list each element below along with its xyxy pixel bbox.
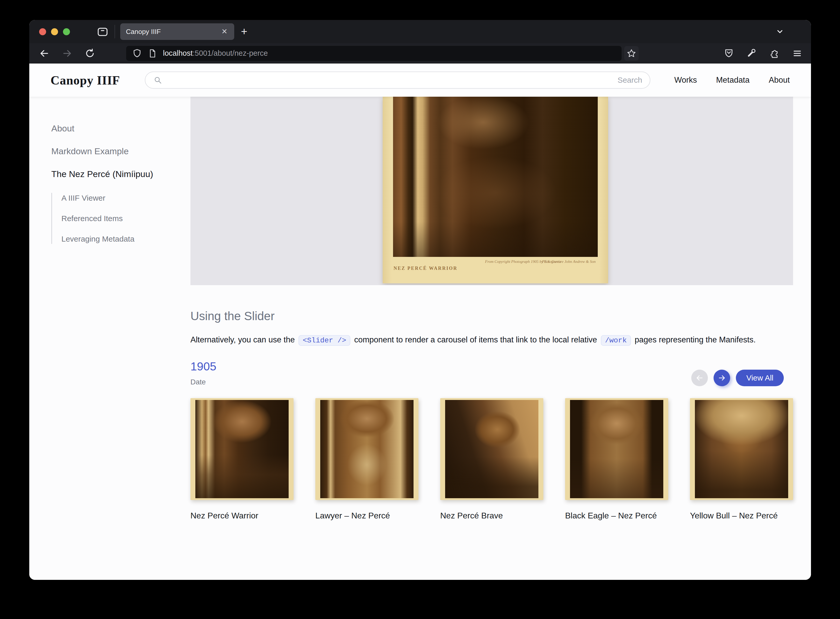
work-code-chip: /work xyxy=(601,335,631,346)
paragraph-text-3: pages representing the Manifests. xyxy=(633,335,756,344)
screenshot-stage: Canopy IIIF ✕ + xyxy=(0,0,840,619)
plate-caption: NEZ PERCÉ WARRIOR xyxy=(394,266,458,271)
url-host: localhost xyxy=(163,49,192,57)
menu-hamburger-icon[interactable] xyxy=(792,48,803,59)
sidebar-item-about[interactable]: About xyxy=(51,123,191,134)
section-heading: Using the Slider xyxy=(191,309,793,323)
page-info-icon[interactable] xyxy=(148,48,157,58)
url-path: :5001/about/nez-perce xyxy=(192,49,268,57)
photogravure-plate-image[interactable]: From Copyright Photograph 1905 by E.S. C… xyxy=(383,97,608,283)
new-tab-button[interactable]: + xyxy=(241,26,248,37)
back-icon[interactable] xyxy=(39,48,50,59)
nav-works[interactable]: Works xyxy=(674,75,697,85)
nav-about[interactable]: About xyxy=(769,75,790,85)
sidebar-subitem-leveraging-metadata[interactable]: Leveraging Metadata xyxy=(61,234,191,244)
card-image xyxy=(315,398,418,500)
card-caption: Lawyer – Nez Percé xyxy=(315,511,418,520)
sidebar-subitem-referenced-items[interactable]: Referenced Items xyxy=(61,213,191,223)
tab-title: Canopy IIIF xyxy=(126,28,221,36)
slider-controls: View All xyxy=(691,369,784,386)
zoom-window-button[interactable] xyxy=(63,28,70,35)
page-body: About Markdown Example The Nez Percé (Ni… xyxy=(29,97,811,580)
paragraph-text-2: component to render a carousel of items … xyxy=(352,335,599,344)
slider-next-button[interactable] xyxy=(713,369,730,386)
portrait-photo xyxy=(695,400,788,498)
card-caption: Black Eagle – Nez Percé xyxy=(565,511,668,520)
close-window-button[interactable] xyxy=(39,28,46,35)
card-caption: Yellow Bull – Nez Percé xyxy=(690,511,793,520)
works-carousel: Nez Percé Warrior Lawyer – Nez Percé Nez… xyxy=(191,398,793,520)
arrow-right-icon xyxy=(718,374,726,382)
slider-section: Using the Slider Alternatively, you can … xyxy=(191,309,793,520)
url-bar[interactable]: localhost:5001/about/nez-perce xyxy=(126,46,622,61)
paragraph-text-1: Alternatively, you can use the xyxy=(191,335,297,344)
iiif-viewer[interactable]: From Copyright Photograph 1905 by E.S. C… xyxy=(191,97,793,285)
view-all-button[interactable]: View All xyxy=(736,369,784,386)
group-label: Date xyxy=(191,378,216,386)
slider-code-chip: <Slider /> xyxy=(298,335,350,346)
portrait-photo xyxy=(195,400,289,498)
extensions-puzzle-icon[interactable] xyxy=(769,48,780,59)
top-nav: Works Metadata About xyxy=(674,75,790,85)
arrow-left-icon xyxy=(695,374,704,382)
card-caption: Nez Percé Warrior xyxy=(191,511,294,520)
carousel-card[interactable]: Lawyer – Nez Percé xyxy=(315,398,418,520)
carousel-card[interactable]: Yellow Bull – Nez Percé xyxy=(690,398,793,520)
toolbar-right-icons xyxy=(724,48,803,59)
traffic-lights xyxy=(39,28,70,35)
warrior-photo xyxy=(393,97,598,257)
bookmark-star-icon[interactable] xyxy=(624,46,639,61)
portrait-photo xyxy=(570,400,663,498)
shield-icon[interactable] xyxy=(132,48,142,58)
section-paragraph: Alternatively, you can use the <Slider /… xyxy=(191,333,768,347)
browser-tab-bar: Canopy IIIF ✕ + xyxy=(29,20,811,43)
pocket-icon[interactable] xyxy=(724,48,734,59)
card-image xyxy=(191,398,294,500)
slider-prev-button[interactable] xyxy=(691,369,708,386)
browser-tab[interactable]: Canopy IIIF ✕ xyxy=(120,23,234,40)
sidebar-item-markdown-example[interactable]: Markdown Example xyxy=(51,145,191,157)
reload-icon[interactable] xyxy=(84,48,95,59)
carousel-card[interactable]: Nez Percé Brave xyxy=(440,398,543,520)
card-image xyxy=(565,398,668,500)
site-header: Canopy IIIF Search Works Metadata About xyxy=(29,63,811,97)
sidebar: About Markdown Example The Nez Percé (Ni… xyxy=(29,97,191,580)
wrench-icon[interactable] xyxy=(746,48,757,59)
plate-credit-right: Photogravure John Andrew & Son xyxy=(542,259,596,264)
card-image xyxy=(440,398,543,500)
browser-window: Canopy IIIF ✕ + xyxy=(29,20,811,580)
carousel-card[interactable]: Black Eagle – Nez Percé xyxy=(565,398,668,520)
main-content: From Copyright Photograph 1905 by E.S. C… xyxy=(191,97,811,580)
minimize-window-button[interactable] xyxy=(51,28,58,35)
sidebar-item-nez-perce[interactable]: The Nez Percé (Nimíipuu) xyxy=(51,168,191,179)
tab-separator xyxy=(115,25,115,38)
nav-metadata[interactable]: Metadata xyxy=(716,75,750,85)
forward-icon[interactable] xyxy=(61,48,73,59)
portrait-photo xyxy=(320,400,413,498)
site-logo[interactable]: Canopy IIIF xyxy=(51,73,120,87)
sidebar-subitem-iiif-viewer[interactable]: A IIIF Viewer xyxy=(61,193,191,203)
search-icon xyxy=(153,75,163,85)
group-title-link[interactable]: 1905 xyxy=(191,360,216,373)
carousel-card[interactable]: Nez Percé Warrior xyxy=(191,398,294,520)
portrait-photo xyxy=(445,400,539,498)
search-input[interactable]: Search xyxy=(145,72,651,89)
nav-buttons xyxy=(39,48,95,59)
sidebar-sublist: A IIIF Viewer Referenced Items Leveragin… xyxy=(51,193,191,244)
slider-group-header: 1905 Date xyxy=(191,360,793,386)
url-text: localhost:5001/about/nez-perce xyxy=(163,49,268,58)
browser-nav-bar: localhost:5001/about/nez-perce xyxy=(29,43,811,63)
card-caption: Nez Percé Brave xyxy=(440,511,543,520)
firefox-view-icon[interactable] xyxy=(96,25,109,38)
list-all-tabs-chevron-icon[interactable] xyxy=(775,27,785,37)
tab-close-icon[interactable]: ✕ xyxy=(221,27,228,36)
search-placeholder: Search xyxy=(618,76,642,85)
group-title-block: 1905 Date xyxy=(191,360,216,386)
card-image xyxy=(690,398,793,500)
